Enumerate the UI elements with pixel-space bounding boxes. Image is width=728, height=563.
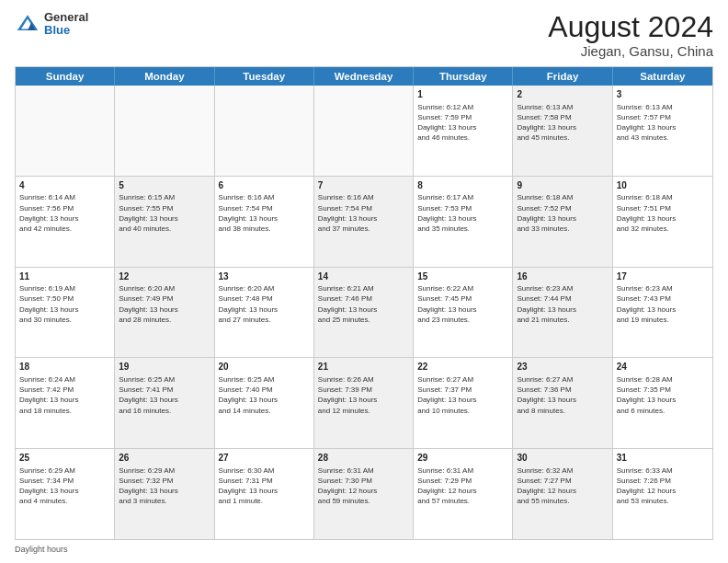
header-monday: Monday bbox=[115, 67, 214, 86]
day-number: 10 bbox=[617, 179, 709, 192]
day-info: Sunrise: 6:20 AM Sunset: 7:48 PM Dayligh… bbox=[219, 283, 310, 325]
cal-cell-4-2: 19Sunrise: 6:25 AM Sunset: 7:41 PM Dayli… bbox=[115, 358, 214, 448]
cal-cell-3-3: 13Sunrise: 6:20 AM Sunset: 7:48 PM Dayli… bbox=[215, 268, 314, 358]
cal-row-4: 18Sunrise: 6:24 AM Sunset: 7:42 PM Dayli… bbox=[16, 358, 712, 449]
header-tuesday: Tuesday bbox=[215, 67, 314, 86]
logo-general: General bbox=[44, 11, 88, 24]
cal-cell-5-4: 28Sunrise: 6:31 AM Sunset: 7:30 PM Dayli… bbox=[314, 449, 414, 539]
header-thursday: Thursday bbox=[414, 67, 513, 86]
main-title: August 2024 bbox=[548, 11, 713, 43]
cal-cell-1-6: 2Sunrise: 6:13 AM Sunset: 7:58 PM Daylig… bbox=[513, 86, 612, 176]
day-info: Sunrise: 6:18 AM Sunset: 7:52 PM Dayligh… bbox=[517, 192, 608, 234]
day-info: Sunrise: 6:23 AM Sunset: 7:44 PM Dayligh… bbox=[517, 283, 608, 325]
day-number: 21 bbox=[318, 361, 409, 373]
day-number: 1 bbox=[417, 88, 508, 101]
day-info: Sunrise: 6:19 AM Sunset: 7:50 PM Dayligh… bbox=[19, 283, 110, 325]
day-number: 9 bbox=[517, 179, 608, 192]
day-info: Sunrise: 6:28 AM Sunset: 7:35 PM Dayligh… bbox=[617, 374, 709, 416]
day-info: Sunrise: 6:26 AM Sunset: 7:39 PM Dayligh… bbox=[318, 374, 409, 416]
day-number: 24 bbox=[617, 361, 709, 373]
cal-cell-4-5: 22Sunrise: 6:27 AM Sunset: 7:37 PM Dayli… bbox=[414, 358, 513, 448]
day-number: 20 bbox=[219, 361, 310, 373]
cal-cell-2-3: 6Sunrise: 6:16 AM Sunset: 7:54 PM Daylig… bbox=[215, 177, 314, 267]
day-info: Sunrise: 6:29 AM Sunset: 7:32 PM Dayligh… bbox=[119, 465, 210, 507]
day-number: 22 bbox=[417, 361, 508, 373]
cal-cell-2-2: 5Sunrise: 6:15 AM Sunset: 7:55 PM Daylig… bbox=[115, 177, 214, 267]
cal-cell-3-6: 16Sunrise: 6:23 AM Sunset: 7:44 PM Dayli… bbox=[513, 268, 612, 358]
day-info: Sunrise: 6:14 AM Sunset: 7:56 PM Dayligh… bbox=[19, 192, 110, 234]
day-info: Sunrise: 6:16 AM Sunset: 7:54 PM Dayligh… bbox=[219, 192, 310, 234]
day-number: 23 bbox=[517, 361, 608, 373]
cal-cell-5-2: 26Sunrise: 6:29 AM Sunset: 7:32 PM Dayli… bbox=[115, 449, 214, 539]
cal-row-3: 11Sunrise: 6:19 AM Sunset: 7:50 PM Dayli… bbox=[16, 268, 712, 359]
cal-cell-3-5: 15Sunrise: 6:22 AM Sunset: 7:45 PM Dayli… bbox=[414, 268, 513, 358]
logo-text: General Blue bbox=[44, 11, 88, 38]
cal-cell-1-4 bbox=[314, 86, 414, 176]
day-number: 26 bbox=[119, 452, 210, 465]
title-block: August 2024 Jiegan, Gansu, China bbox=[548, 11, 713, 59]
day-number: 6 bbox=[219, 179, 310, 192]
cal-cell-4-6: 23Sunrise: 6:27 AM Sunset: 7:36 PM Dayli… bbox=[513, 358, 612, 448]
day-info: Sunrise: 6:15 AM Sunset: 7:55 PM Dayligh… bbox=[119, 192, 210, 234]
cal-cell-5-1: 25Sunrise: 6:29 AM Sunset: 7:34 PM Dayli… bbox=[16, 449, 115, 539]
day-info: Sunrise: 6:24 AM Sunset: 7:42 PM Dayligh… bbox=[19, 374, 110, 416]
cal-cell-4-4: 21Sunrise: 6:26 AM Sunset: 7:39 PM Dayli… bbox=[314, 358, 414, 448]
cal-cell-1-5: 1Sunrise: 6:12 AM Sunset: 7:59 PM Daylig… bbox=[414, 86, 513, 176]
day-number: 12 bbox=[119, 270, 210, 283]
cal-cell-1-3 bbox=[215, 86, 314, 176]
subtitle: Jiegan, Gansu, China bbox=[548, 43, 713, 59]
day-number: 5 bbox=[119, 179, 210, 192]
day-info: Sunrise: 6:27 AM Sunset: 7:37 PM Dayligh… bbox=[417, 374, 508, 416]
day-number: 31 bbox=[617, 452, 709, 465]
calendar-body: 1Sunrise: 6:12 AM Sunset: 7:59 PM Daylig… bbox=[16, 86, 712, 539]
day-number: 19 bbox=[119, 361, 210, 373]
day-number: 13 bbox=[219, 270, 310, 283]
header-wednesday: Wednesday bbox=[314, 67, 414, 86]
day-number: 2 bbox=[517, 88, 608, 101]
day-number: 28 bbox=[318, 452, 409, 465]
day-number: 27 bbox=[219, 452, 310, 465]
cal-cell-3-1: 11Sunrise: 6:19 AM Sunset: 7:50 PM Dayli… bbox=[16, 268, 115, 358]
cal-cell-2-6: 9Sunrise: 6:18 AM Sunset: 7:52 PM Daylig… bbox=[513, 177, 612, 267]
day-number: 4 bbox=[19, 179, 110, 192]
day-number: 11 bbox=[19, 270, 110, 283]
day-info: Sunrise: 6:16 AM Sunset: 7:54 PM Dayligh… bbox=[318, 192, 409, 234]
cal-row-1: 1Sunrise: 6:12 AM Sunset: 7:59 PM Daylig… bbox=[16, 86, 712, 177]
header-friday: Friday bbox=[513, 67, 612, 86]
day-info: Sunrise: 6:13 AM Sunset: 7:57 PM Dayligh… bbox=[617, 102, 709, 144]
cal-cell-2-4: 7Sunrise: 6:16 AM Sunset: 7:54 PM Daylig… bbox=[314, 177, 414, 267]
day-info: Sunrise: 6:13 AM Sunset: 7:58 PM Dayligh… bbox=[517, 102, 608, 144]
day-info: Sunrise: 6:18 AM Sunset: 7:51 PM Dayligh… bbox=[617, 192, 709, 234]
cal-cell-5-3: 27Sunrise: 6:30 AM Sunset: 7:31 PM Dayli… bbox=[215, 449, 314, 539]
cal-cell-1-7: 3Sunrise: 6:13 AM Sunset: 7:57 PM Daylig… bbox=[613, 86, 712, 176]
logo: General Blue bbox=[15, 11, 88, 38]
day-info: Sunrise: 6:23 AM Sunset: 7:43 PM Dayligh… bbox=[617, 283, 709, 325]
day-number: 15 bbox=[417, 270, 508, 283]
cal-cell-4-3: 20Sunrise: 6:25 AM Sunset: 7:40 PM Dayli… bbox=[215, 358, 314, 448]
header: General Blue August 2024 Jiegan, Gansu, … bbox=[15, 11, 713, 59]
day-number: 3 bbox=[617, 88, 709, 101]
page: General Blue August 2024 Jiegan, Gansu, … bbox=[0, 0, 728, 563]
cal-row-5: 25Sunrise: 6:29 AM Sunset: 7:34 PM Dayli… bbox=[16, 449, 712, 539]
day-number: 7 bbox=[318, 179, 409, 192]
day-info: Sunrise: 6:27 AM Sunset: 7:36 PM Dayligh… bbox=[517, 374, 608, 416]
day-number: 25 bbox=[19, 452, 110, 465]
cal-cell-3-2: 12Sunrise: 6:20 AM Sunset: 7:49 PM Dayli… bbox=[115, 268, 214, 358]
footer: Daylight hours bbox=[15, 545, 713, 554]
day-info: Sunrise: 6:20 AM Sunset: 7:49 PM Dayligh… bbox=[119, 283, 210, 325]
day-number: 16 bbox=[517, 270, 608, 283]
day-info: Sunrise: 6:31 AM Sunset: 7:29 PM Dayligh… bbox=[417, 465, 508, 507]
cal-cell-1-1 bbox=[16, 86, 115, 176]
day-info: Sunrise: 6:12 AM Sunset: 7:59 PM Dayligh… bbox=[417, 102, 508, 144]
day-info: Sunrise: 6:29 AM Sunset: 7:34 PM Dayligh… bbox=[19, 465, 110, 507]
cal-cell-5-6: 30Sunrise: 6:32 AM Sunset: 7:27 PM Dayli… bbox=[513, 449, 612, 539]
cal-cell-4-7: 24Sunrise: 6:28 AM Sunset: 7:35 PM Dayli… bbox=[613, 358, 712, 448]
day-number: 14 bbox=[318, 270, 409, 283]
day-info: Sunrise: 6:17 AM Sunset: 7:53 PM Dayligh… bbox=[417, 192, 508, 234]
day-info: Sunrise: 6:32 AM Sunset: 7:27 PM Dayligh… bbox=[517, 465, 608, 507]
day-number: 30 bbox=[517, 452, 608, 465]
day-info: Sunrise: 6:25 AM Sunset: 7:40 PM Dayligh… bbox=[219, 374, 310, 416]
cal-cell-5-5: 29Sunrise: 6:31 AM Sunset: 7:29 PM Dayli… bbox=[414, 449, 513, 539]
day-info: Sunrise: 6:33 AM Sunset: 7:26 PM Dayligh… bbox=[617, 465, 709, 507]
header-saturday: Saturday bbox=[613, 67, 712, 86]
